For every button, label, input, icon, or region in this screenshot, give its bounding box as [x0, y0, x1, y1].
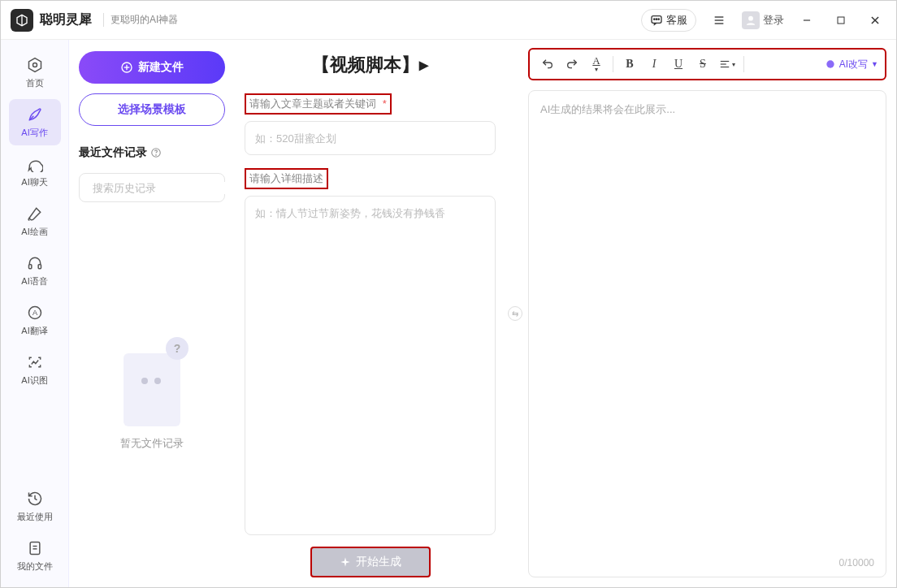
- sidebar-item-ai-chat[interactable]: AI聊天: [9, 149, 61, 195]
- topic-label: 请输入文章主题或者关键词 *: [245, 93, 496, 115]
- undo-icon: [541, 58, 554, 71]
- close-button[interactable]: [864, 9, 886, 32]
- sidebar-item-label: AI聊天: [21, 176, 47, 188]
- sidebar-item-ai-painting[interactable]: AI绘画: [9, 198, 61, 244]
- svg-rect-9: [838, 17, 844, 24]
- sidebar-item-label: 最近使用: [17, 511, 53, 523]
- menu-button[interactable]: [708, 9, 730, 32]
- left-panel: 新建文件 选择场景模板 最近文件记录 ? 暂无文件记录: [69, 40, 235, 587]
- sidebar-item-ai-translate[interactable]: A AI翻译: [9, 297, 61, 344]
- logo-icon: [11, 9, 33, 32]
- svg-rect-18: [30, 543, 40, 555]
- sparkle-icon: [340, 556, 351, 568]
- translate-icon: A: [26, 304, 44, 322]
- svg-rect-14: [28, 265, 31, 269]
- menu-icon: [713, 14, 726, 27]
- sidebar-item-home[interactable]: 首页: [9, 50, 61, 96]
- detail-textarea[interactable]: [245, 196, 496, 535]
- editor-toolbar: A▾ B I U S ▾ AI改写 ▼: [528, 48, 886, 80]
- template-title-dropdown[interactable]: 【视频脚本】▸: [245, 53, 496, 77]
- header: 聪明灵犀 更聪明的AI神器 客服 登录: [1, 1, 896, 40]
- sidebar-item-my-files[interactable]: 我的文件: [9, 533, 61, 579]
- svg-point-12: [32, 63, 37, 67]
- svg-point-31: [826, 60, 834, 67]
- panel-resizer[interactable]: ⇆: [505, 40, 525, 587]
- sidebar-item-ai-image[interactable]: AI识图: [9, 347, 61, 393]
- topic-input[interactable]: [245, 121, 496, 155]
- output-placeholder: AI生成的结果将会在此展示...: [540, 102, 874, 117]
- search-history-input[interactable]: [93, 182, 229, 194]
- resizer-handle-icon: ⇆: [508, 306, 522, 321]
- new-file-button[interactable]: 新建文件: [79, 51, 225, 84]
- sidebar-item-label: 首页: [26, 77, 44, 89]
- history-icon: [26, 490, 44, 508]
- sidebar-item-label: AI语音: [21, 275, 47, 288]
- chevron-down-icon: ▼: [871, 60, 878, 68]
- logo-wrap: 聪明灵犀 更聪明的AI神器: [11, 9, 178, 32]
- redo-icon: [566, 58, 578, 71]
- avatar-icon: [742, 11, 760, 29]
- main: 首页 AI写作 AI聊天 AI绘画 AI语音 A AI翻译 AI识图: [1, 40, 896, 587]
- sidebar-item-recent[interactable]: 最近使用: [9, 483, 61, 530]
- empty-state: ? 暂无文件记录: [79, 212, 225, 576]
- select-template-button[interactable]: 选择场景模板: [79, 93, 225, 126]
- undo-button[interactable]: [536, 53, 559, 76]
- svg-point-25: [156, 155, 157, 156]
- plus-circle-icon: [120, 61, 133, 74]
- customer-service-label: 客服: [666, 13, 687, 28]
- sidebar: 首页 AI写作 AI聊天 AI绘画 AI语音 A AI翻译 AI识图: [1, 40, 69, 587]
- redo-button[interactable]: [561, 53, 583, 76]
- minimize-button[interactable]: [795, 9, 818, 32]
- customer-service-button[interactable]: 客服: [641, 9, 696, 32]
- select-template-label: 选择场景模板: [118, 102, 186, 117]
- font-color-button[interactable]: A▾: [585, 53, 608, 76]
- ai-rewrite-label: AI改写: [839, 58, 868, 71]
- maximize-icon: [836, 15, 846, 25]
- detail-label: 请输入详细描述: [245, 168, 496, 189]
- align-icon: [719, 58, 730, 70]
- sidebar-item-label: AI绘画: [21, 226, 47, 238]
- login-label: 登录: [763, 13, 784, 28]
- ai-rewrite-button[interactable]: AI改写 ▼: [825, 58, 878, 71]
- pen-icon: [26, 106, 44, 123]
- header-right: 客服 登录: [641, 9, 886, 32]
- char-count: 0/10000: [839, 557, 874, 569]
- maximize-button[interactable]: [830, 9, 852, 32]
- sidebar-item-label: AI识图: [21, 374, 47, 387]
- brush-icon: [26, 205, 44, 223]
- sidebar-item-label: AI写作: [21, 127, 47, 139]
- output-area[interactable]: AI生成的结果将会在此展示... 0/10000: [528, 90, 886, 577]
- underline-button[interactable]: U: [667, 53, 690, 76]
- empty-illustration: ?: [115, 337, 188, 426]
- sidebar-item-label: AI翻译: [21, 325, 47, 337]
- sidebar-item-label: 我的文件: [17, 560, 53, 573]
- svg-point-3: [658, 19, 659, 19]
- italic-button[interactable]: I: [643, 53, 665, 76]
- chat-icon: [650, 14, 663, 27]
- file-icon: [26, 539, 44, 557]
- sparkle-small-icon: [825, 58, 836, 70]
- bold-button[interactable]: B: [618, 53, 641, 76]
- recent-files-label: 最近文件记录: [79, 145, 225, 160]
- new-file-label: 新建文件: [138, 60, 184, 75]
- close-icon: [869, 15, 881, 26]
- search-history-box[interactable]: [79, 173, 225, 202]
- svg-point-7: [748, 15, 753, 20]
- question-circle-icon[interactable]: [150, 147, 162, 158]
- center-panel: 【视频脚本】▸ 请输入文章主题或者关键词 * 请输入详细描述 开始生成: [235, 40, 505, 587]
- sidebar-item-ai-writing[interactable]: AI写作: [9, 99, 61, 145]
- align-button[interactable]: ▾: [716, 53, 739, 76]
- headphone-icon: [26, 254, 44, 272]
- chat-bubble-icon: [26, 155, 44, 173]
- svg-point-1: [654, 19, 655, 19]
- sidebar-item-ai-voice[interactable]: AI语音: [9, 248, 61, 294]
- image-scan-icon: [26, 353, 44, 371]
- strikethrough-button[interactable]: S: [691, 53, 714, 76]
- generate-label: 开始生成: [356, 555, 401, 569]
- generate-button[interactable]: 开始生成: [310, 547, 431, 577]
- login-button[interactable]: 登录: [742, 11, 784, 29]
- minimize-icon: [801, 15, 812, 26]
- right-panel: A▾ B I U S ▾ AI改写 ▼ AI生成的结果将会在此展示... 0/1…: [525, 40, 896, 587]
- svg-rect-15: [38, 265, 41, 269]
- svg-point-2: [656, 19, 656, 19]
